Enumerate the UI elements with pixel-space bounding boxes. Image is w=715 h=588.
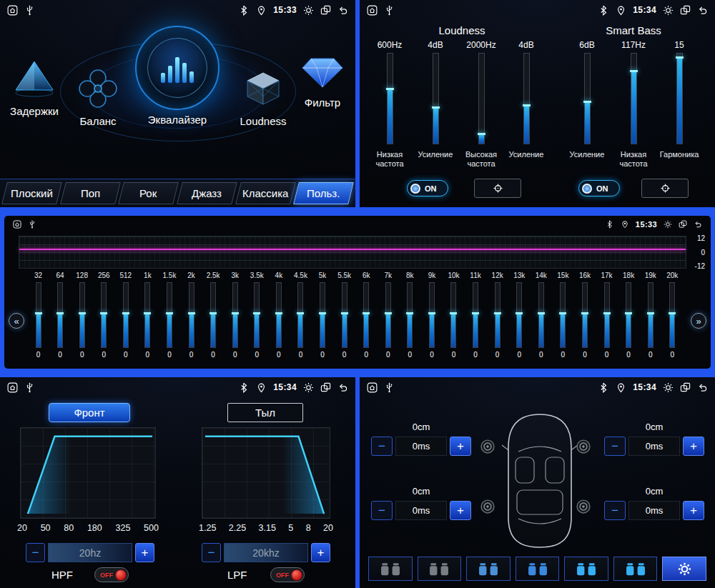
band-slider[interactable] xyxy=(669,282,675,348)
eq-band[interactable]: 13k 0 xyxy=(510,271,529,367)
loudness-target-button[interactable] xyxy=(474,179,521,198)
band-slider[interactable] xyxy=(254,282,260,348)
windows-icon[interactable] xyxy=(320,5,331,16)
vertical-slider[interactable] xyxy=(478,53,485,144)
vertical-slider[interactable] xyxy=(676,53,683,144)
back-icon[interactable] xyxy=(697,5,708,16)
band-slider[interactable] xyxy=(473,282,478,348)
eq-band[interactable]: 4.5k 0 xyxy=(291,271,310,367)
back-icon[interactable] xyxy=(337,5,348,16)
windows-icon[interactable] xyxy=(680,382,691,393)
eq-band[interactable]: 2.5k 0 xyxy=(204,271,223,367)
delay-decrease-button[interactable]: − xyxy=(604,501,626,520)
band-slider[interactable] xyxy=(560,282,566,348)
position-button-4[interactable] xyxy=(516,557,560,581)
band-slider[interactable] xyxy=(36,282,41,348)
band-slider[interactable] xyxy=(79,282,85,348)
brightness-icon[interactable] xyxy=(303,5,314,16)
brightness-icon[interactable] xyxy=(663,5,674,16)
eq-band[interactable]: 5.5k 0 xyxy=(335,271,354,367)
eq-band[interactable]: 4k 0 xyxy=(269,271,288,367)
vertical-slider[interactable] xyxy=(433,53,439,144)
position-button-3[interactable] xyxy=(466,557,511,581)
band-slider[interactable] xyxy=(232,282,238,348)
tab-front[interactable]: Фронт xyxy=(49,403,130,422)
band-slider[interactable] xyxy=(101,282,107,348)
delay-increase-button[interactable]: + xyxy=(683,437,704,456)
eq-band[interactable]: 10k 0 xyxy=(444,271,463,367)
eq-band[interactable]: 17k 0 xyxy=(597,271,616,367)
brightness-icon[interactable] xyxy=(303,382,314,393)
eq-band[interactable]: 19k 0 xyxy=(641,271,660,367)
back-icon[interactable] xyxy=(337,382,348,393)
back-icon[interactable] xyxy=(694,220,702,229)
eq-band[interactable]: 128 0 xyxy=(72,271,92,367)
home-icon[interactable] xyxy=(367,5,378,16)
home-icon[interactable] xyxy=(7,5,18,16)
eq-band[interactable]: 3.5k 0 xyxy=(247,271,267,367)
home-icon[interactable] xyxy=(367,382,378,393)
vertical-slider[interactable] xyxy=(631,53,637,144)
eq-band[interactable]: 11k 0 xyxy=(466,271,485,367)
eq-band[interactable]: 1.5k 0 xyxy=(159,271,179,367)
back-icon[interactable] xyxy=(697,382,708,393)
band-slider[interactable] xyxy=(276,282,282,348)
preset-tab[interactable]: Классика xyxy=(235,182,295,204)
band-slider[interactable] xyxy=(342,282,347,348)
brightness-icon[interactable] xyxy=(664,220,672,229)
delay-decrease-button[interactable]: − xyxy=(371,501,393,520)
home-icon[interactable] xyxy=(7,382,18,393)
menu-item-loudness[interactable]: Loudness xyxy=(227,69,299,127)
band-slider[interactable] xyxy=(604,282,610,348)
preset-tab[interactable]: Поп xyxy=(60,182,120,204)
band-slider[interactable] xyxy=(495,282,500,348)
band-slider[interactable] xyxy=(582,282,588,348)
windows-icon[interactable] xyxy=(679,220,687,229)
band-slider[interactable] xyxy=(626,282,631,348)
tab-rear[interactable]: Тыл xyxy=(227,403,303,422)
lpf-off-toggle[interactable]: OFF xyxy=(270,567,305,582)
preset-tab[interactable]: Джазз xyxy=(177,182,237,204)
lpf-frequency-slider[interactable]: 20khz xyxy=(224,543,308,562)
scroll-right-button[interactable]: » xyxy=(691,313,706,329)
eq-band[interactable]: 256 0 xyxy=(94,271,114,367)
vertical-slider[interactable] xyxy=(584,53,591,144)
band-slider[interactable] xyxy=(429,282,435,348)
menu-item-delays[interactable]: Задержки xyxy=(4,59,65,117)
menu-item-filter[interactable]: Фильтр xyxy=(292,54,353,109)
eq-band[interactable]: 512 0 xyxy=(116,271,135,367)
eq-band[interactable]: 6k 0 xyxy=(357,271,376,367)
lpf-decrease-button[interactable]: − xyxy=(202,543,221,562)
hpf-off-toggle[interactable]: OFF xyxy=(94,567,129,582)
preset-tab[interactable]: Польз. xyxy=(293,182,353,204)
hpf-decrease-button[interactable]: − xyxy=(26,543,45,562)
band-slider[interactable] xyxy=(144,282,150,348)
smart-bass-on-toggle[interactable]: ON xyxy=(578,180,620,196)
eq-band[interactable]: 2k 0 xyxy=(182,271,201,367)
band-slider[interactable] xyxy=(516,282,522,348)
menu-item-equalizer[interactable]: Эквалайзер xyxy=(120,26,235,126)
eq-band[interactable]: 12k 0 xyxy=(488,271,507,367)
eq-band[interactable]: 16k 0 xyxy=(575,271,594,367)
eq-band[interactable]: 3k 0 xyxy=(225,271,245,367)
delay-increase-button[interactable]: + xyxy=(683,501,704,520)
delay-decrease-button[interactable]: − xyxy=(371,437,393,456)
band-slider[interactable] xyxy=(450,282,456,348)
position-button-6[interactable] xyxy=(613,557,658,581)
eq-band[interactable]: 15k 0 xyxy=(553,271,573,367)
eq-band[interactable]: 32 0 xyxy=(29,271,48,367)
band-slider[interactable] xyxy=(57,282,63,348)
eq-band[interactable]: 14k 0 xyxy=(531,271,551,367)
brightness-icon[interactable] xyxy=(663,382,674,393)
delay-settings-button[interactable] xyxy=(662,557,706,581)
eq-band[interactable]: 20k 0 xyxy=(663,271,682,367)
delay-decrease-button[interactable]: − xyxy=(604,437,626,456)
band-slider[interactable] xyxy=(538,282,544,348)
hpf-increase-button[interactable]: + xyxy=(135,543,154,562)
position-button-1[interactable] xyxy=(368,557,413,581)
eq-band[interactable]: 5k 0 xyxy=(313,271,332,367)
band-slider[interactable] xyxy=(189,282,194,348)
position-button-2[interactable] xyxy=(418,557,462,581)
eq-band[interactable]: 7k 0 xyxy=(378,271,398,367)
preset-tab[interactable]: Плоский xyxy=(1,182,61,204)
